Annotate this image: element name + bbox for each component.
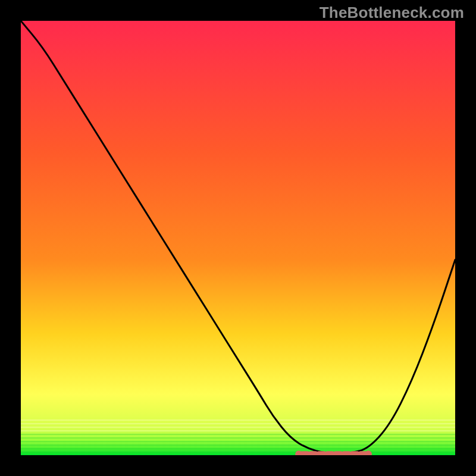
svg-rect-7	[21, 444, 455, 446]
chart-frame: TheBottleneck.com	[0, 0, 476, 476]
svg-rect-3	[21, 430, 455, 431]
svg-rect-4	[21, 434, 455, 435]
svg-rect-0	[21, 419, 455, 421]
svg-rect-8	[21, 448, 455, 449]
plot-area	[21, 21, 455, 455]
watermark-label: TheBottleneck.com	[320, 4, 464, 22]
chart-svg	[21, 21, 455, 455]
gradient-background	[21, 21, 455, 455]
svg-rect-5	[21, 437, 455, 439]
svg-rect-2	[21, 427, 455, 428]
svg-rect-9	[21, 452, 455, 453]
svg-rect-6	[21, 441, 455, 442]
